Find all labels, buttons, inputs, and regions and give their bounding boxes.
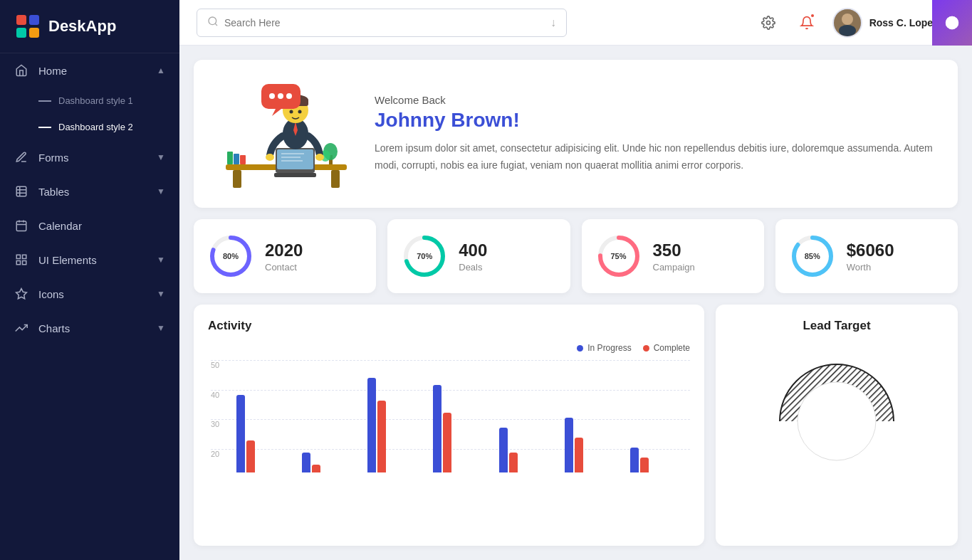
welcome-text: Welcome Back Johnny Brown! Lorem ipsum d… <box>375 94 936 173</box>
sidebar-item-home[interactable]: Home ▲ <box>0 53 179 88</box>
bar-in-progress <box>630 448 639 472</box>
svg-rect-4 <box>16 186 26 196</box>
svg-rect-1 <box>29 15 39 25</box>
welcome-description: Lorem ipsum dolor sit amet, consectetur … <box>375 140 936 173</box>
bar-group <box>367 378 427 472</box>
charts-icon <box>14 321 28 335</box>
lead-donut <box>765 350 908 492</box>
chevron-down-icon-5: ▼ <box>157 323 165 333</box>
svg-line-18 <box>215 23 217 26</box>
welcome-card: Welcome Back Johnny Brown! Lorem ipsum d… <box>194 60 958 208</box>
bar-group <box>565 418 625 472</box>
welcome-name: Johnny Brown! <box>375 109 936 132</box>
header-corner-icon <box>932 0 972 46</box>
chevron-down-icon: ▼ <box>157 152 165 162</box>
bar-complete <box>312 465 320 472</box>
chevron-down-icon-3: ▼ <box>157 255 165 265</box>
svg-rect-12 <box>16 255 20 258</box>
svg-point-52 <box>286 93 292 99</box>
sidebar-item-icons[interactable]: Icons ▼ <box>0 277 179 311</box>
svg-rect-25 <box>233 170 241 188</box>
notification-button[interactable] <box>794 10 820 36</box>
bar-in-progress <box>433 385 441 472</box>
ui-icon <box>14 253 28 267</box>
sidebar-item-calendar[interactable]: Calendar <box>0 208 179 243</box>
search-input[interactable] <box>224 17 545 28</box>
bar-in-progress <box>367 378 376 472</box>
main-content: ↓ <box>179 0 972 560</box>
bar-in-progress <box>236 395 245 472</box>
sidebar-item-ui-elements[interactable]: UI Elements ▼ <box>0 243 179 277</box>
donut-campaign: 75% <box>596 233 642 279</box>
header-right: Ross C. Lopez ▼ <box>756 8 955 38</box>
svg-rect-31 <box>277 149 313 169</box>
sidebar-item-dashboard2[interactable]: Dashboard style 2 <box>0 114 179 140</box>
stat-label-campaign: Campaign <box>653 262 695 273</box>
sidebar-label-home: Home <box>38 65 67 77</box>
legend-complete: Complete <box>643 343 690 353</box>
header: ↓ <box>179 0 972 46</box>
sidebar-logo[interactable]: DeskApp <box>0 0 179 53</box>
sidebar-item-forms[interactable]: Forms ▼ <box>0 140 179 174</box>
sidebar-item-tables[interactable]: Tables ▼ <box>0 174 179 208</box>
stat-text-deals: 400 Deals <box>459 241 487 273</box>
sidebar-item-charts[interactable]: Charts ▼ <box>0 311 179 345</box>
donut-pct-contact: 80% <box>223 252 239 260</box>
svg-marker-16 <box>16 289 27 299</box>
svg-rect-15 <box>16 261 20 265</box>
stat-card-worth: 85% $6060 Worth <box>775 219 958 293</box>
svg-rect-28 <box>234 154 239 164</box>
sidebar-label-charts: Charts <box>38 322 70 334</box>
lead-target-card: Lead Target <box>716 305 958 546</box>
legend-dot-progress <box>577 345 583 352</box>
logo-text: DeskApp <box>48 17 116 36</box>
dash-icon-active <box>38 127 51 128</box>
logo-icon <box>14 13 41 40</box>
bar-group <box>630 448 690 472</box>
sidebar-label-tables: Tables <box>38 186 69 198</box>
settings-button[interactable] <box>756 10 781 36</box>
stat-label-deals: Deals <box>459 262 487 273</box>
chevron-up-icon: ▲ <box>157 65 165 75</box>
stat-number-contact: 2020 <box>265 241 303 260</box>
bar-complete <box>377 401 386 472</box>
stat-card-deals: 70% 400 Deals <box>387 219 570 293</box>
user-name: Ross C. Lopez <box>869 17 938 28</box>
svg-point-44 <box>290 110 293 114</box>
sidebar-label-forms: Forms <box>38 152 69 164</box>
bar-in-progress <box>565 418 573 472</box>
svg-point-21 <box>842 14 853 25</box>
stat-text-campaign: 350 Campaign <box>653 241 695 273</box>
bar-in-progress <box>499 428 508 472</box>
svg-point-47 <box>315 154 324 161</box>
donut-deals: 70% <box>402 233 447 279</box>
svg-rect-35 <box>274 173 316 177</box>
svg-rect-13 <box>23 255 26 258</box>
stat-label-worth: Worth <box>847 262 894 273</box>
sidebar-item-dashboard1[interactable]: Dashboard style 1 <box>0 88 179 114</box>
bar-complete <box>575 438 583 472</box>
svg-point-19 <box>766 21 770 24</box>
svg-rect-2 <box>16 28 26 38</box>
bar-group <box>302 453 362 472</box>
sidebar-label-dashboard2: Dashboard style 2 <box>58 122 133 132</box>
icons-nav-icon <box>14 287 28 301</box>
svg-point-51 <box>278 93 283 99</box>
bar-complete <box>246 440 255 472</box>
bar-complete <box>509 453 518 472</box>
sidebar-label-calendar: Calendar <box>38 220 82 232</box>
dash-icon <box>38 100 51 102</box>
sidebar-label-ui: UI Elements <box>38 254 97 266</box>
page-content: Welcome Back Johnny Brown! Lorem ipsum d… <box>179 46 972 560</box>
donut-worth: 85% <box>790 233 835 279</box>
chevron-down-icon-4: ▼ <box>157 289 165 299</box>
search-bar[interactable]: ↓ <box>197 9 567 37</box>
stat-number-worth: $6060 <box>847 241 894 260</box>
stat-label-contact: Contact <box>265 262 303 273</box>
svg-point-17 <box>209 17 216 25</box>
stat-card-campaign: 75% 350 Campaign <box>582 219 764 293</box>
sidebar-label-icons: Icons <box>38 288 64 300</box>
search-icon <box>207 16 219 30</box>
lead-target-title: Lead Target <box>803 319 870 333</box>
activity-card: Activity In Progress Complete 50 <box>194 305 704 546</box>
